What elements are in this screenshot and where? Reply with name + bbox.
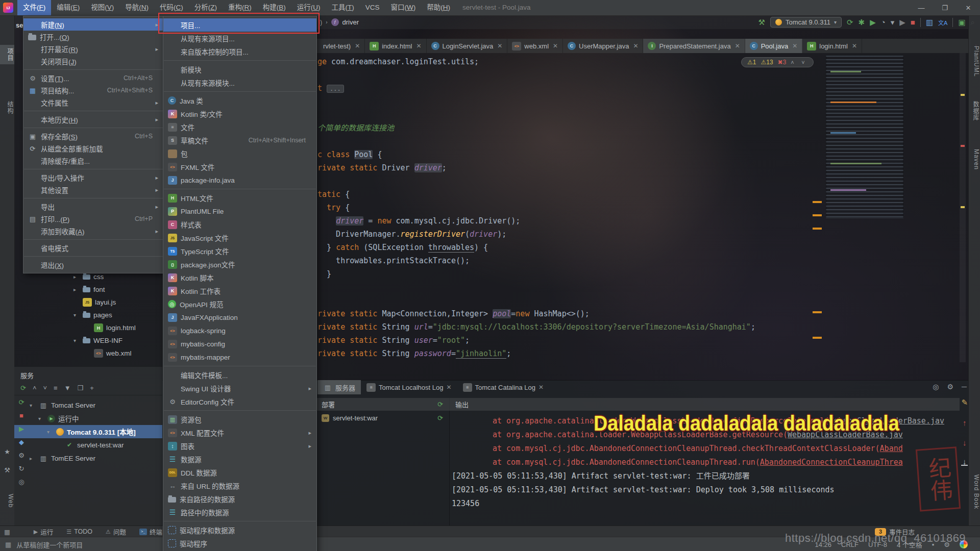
close-tab-icon[interactable]: ✕ [553,42,558,49]
run-icon[interactable]: ▶ [899,18,905,27]
tool-window-switcher-icon[interactable]: ▦ [4,528,10,536]
menu-item[interactable]: OpenAPI 规范 [163,297,316,311]
project-tree-item[interactable]: web.xml [14,347,162,360]
service-tree-item[interactable]: ▸TomEE Server [14,452,162,465]
menubar-item[interactable]: 视图(V) [85,0,119,15]
close-tab-icon[interactable]: ✕ [852,42,857,49]
status-grid-icon[interactable]: ▦ [5,541,11,548]
menubar-item[interactable]: 分析(Z) [189,0,223,15]
minimize-icon[interactable]: — [910,0,933,15]
menu-item[interactable]: 数据源 [163,453,316,466]
run-panel-tab[interactable]: 服务器 [317,380,361,394]
menubar-item[interactable]: 窗口(W) [385,0,422,15]
menu-item[interactable]: 打开最近(R)▸ [23,43,163,55]
menu-item[interactable]: mybatis-config [163,337,316,350]
editor-tab[interactable]: login.html✕ [802,39,862,53]
run-icon[interactable]: ▶ [16,425,27,433]
tool-tab-maven[interactable]: Maven [969,149,980,170]
editor-tab[interactable]: LoginServlet.java✕ [427,39,508,53]
menubar-item[interactable]: 工具(T) [326,0,360,15]
tool-window-button-TODO[interactable]: ☰TODO [66,527,92,537]
menu-item[interactable]: 项目结构...Ctrl+Alt+Shift+S [23,84,163,96]
gear-icon[interactable]: ⚙ [947,383,954,391]
menubar-item[interactable]: 重构(R) [223,0,257,15]
menu-item[interactable]: 从现有来源模块... [163,76,316,89]
build-icon[interactable]: ⚒ [0,466,14,474]
layout-icon[interactable]: ❒ [78,384,84,392]
menu-item[interactable]: 样式表 [163,218,316,231]
breadcrumb[interactable]: l) › f driver [318,18,359,26]
run-window-icon[interactable]: ▣ [958,18,965,27]
project-tree-item[interactable]: ▾WEB-INF [14,334,162,347]
menu-item[interactable]: Swing UI 设计器▸ [163,382,316,395]
editor-tab[interactable]: UserMapper.java✕ [563,39,643,53]
menu-item[interactable]: Kotlin 脚本 [163,271,316,284]
stacktrace-link[interactable]: AbandonedConnectionCleanupThrea [760,458,903,467]
close-icon[interactable]: ✕ [957,0,980,15]
menu-item[interactable]: mybatis-mapper [163,350,316,364]
expand-icon[interactable]: ˄ [33,384,37,392]
editor-tab[interactable]: Pool.java✕ [745,39,803,53]
project-structure-icon[interactable]: ▥ [926,18,933,27]
collapse-icon[interactable]: ˅ [43,384,47,392]
service-tree-item[interactable]: ▾Tomcat 9.0.311 [本地] [14,425,162,438]
menu-item[interactable]: JavaScript 文件 [163,231,316,244]
menubar-item[interactable]: 文件(F) [17,0,51,15]
tool-tab-structure[interactable]: 结构 [0,101,14,114]
menu-item[interactable]: 从现有来源项目... [163,32,316,45]
menu-item[interactable]: 导出▸ [23,201,163,213]
menu-item[interactable]: package-info.java [163,173,316,187]
close-tab-icon[interactable]: ✕ [792,42,797,49]
build-hammer-icon[interactable]: ⚒ [758,18,765,27]
menu-item[interactable]: 导出/导入操作▸ [23,171,163,184]
menu-item[interactable]: PlantUML File [163,205,316,218]
settings-icon[interactable]: ⚙ [16,452,27,459]
project-tree-item[interactable]: login.html [14,321,162,334]
tool-window-button-终端[interactable]: >_终端 [139,527,162,537]
menu-item[interactable]: 驱动程序和数据源 [163,523,316,537]
close-tab-icon[interactable]: ✕ [633,42,638,49]
group-icon[interactable]: ≡ [54,384,58,392]
redeploy-icon[interactable]: ⟳ [437,400,443,408]
menubar-item[interactable]: 帮助(H) [421,0,456,15]
close-tab-icon[interactable]: ✕ [446,384,451,391]
translate-icon[interactable]: 文A [938,18,947,27]
stop-icon[interactable]: ■ [911,18,915,27]
settings-target-icon[interactable]: ◎ [933,383,939,391]
profiler-caret-icon[interactable]: ▾ [891,18,895,27]
menubar-item[interactable]: 导航(N) [119,0,154,15]
rerun-service-icon[interactable]: ⟳ [20,384,26,392]
menu-item[interactable]: 来自版本控制的项目... [163,45,316,58]
menu-item[interactable]: 新模块 [163,63,316,76]
menu-item[interactable]: 清除缓存/重启... [23,155,163,167]
tool-tab-project[interactable]: 项目 [0,45,14,64]
menubar-item[interactable]: VCS [360,0,385,15]
hide-icon[interactable]: ─ [962,383,967,391]
menu-item[interactable]: Java 类 [163,94,316,107]
project-tree-item[interactable]: ▾pages [14,309,162,321]
menu-item[interactable]: JavaFXApplication [163,311,316,324]
service-tree-item[interactable]: ▾Tomcat Server [14,398,162,412]
add-service-icon[interactable]: + [90,384,94,392]
menu-item[interactable]: 来自路径的数据源 [163,492,316,506]
coverage-icon[interactable]: ▶ [870,18,876,27]
profiler-icon[interactable]: ◔ [881,18,886,27]
maximize-icon[interactable]: ❐ [933,0,957,15]
service-tree-item[interactable]: servlet-test:war [14,438,162,452]
menu-item[interactable]: HTML文件 [163,191,316,205]
run-config-selector[interactable]: Tomcat 9.0.311▾ [770,17,842,28]
favorites-star-icon[interactable]: ★ [0,448,14,456]
editor-tab[interactable]: index.html✕ [365,39,426,53]
menu-item[interactable]: Kotlin 工作表 [163,284,316,297]
menu-item[interactable]: 编辑文件模板... [163,368,316,382]
code-area[interactable]: ge com.dreamchaser.loginTest.utils;t ...… [317,55,755,360]
edit-source-icon[interactable]: ✎ [961,398,968,407]
menubar-item[interactable]: 构建(B) [257,0,291,15]
menu-item[interactable]: 关闭项目(J) [23,55,163,67]
tool-tab-plantuml[interactable]: PlantUML [969,46,980,77]
menu-item[interactable]: 项目... [163,18,316,32]
menu-item[interactable]: 图表▸ [163,439,316,453]
stacktrace-link[interactable]: Aband [880,444,903,453]
menu-item[interactable]: 资源包 [163,413,316,426]
menu-item[interactable]: 本地历史(H)▸ [23,113,163,126]
